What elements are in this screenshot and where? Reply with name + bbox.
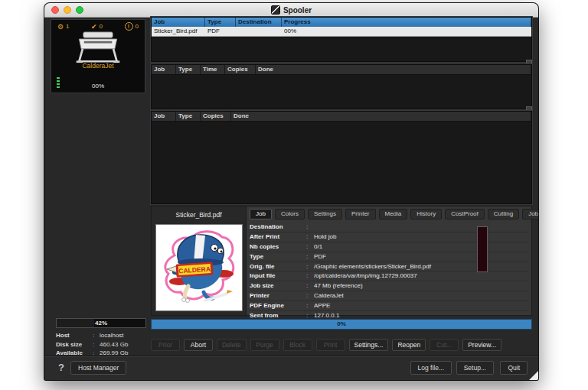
done-jobs-count: 0 (100, 23, 103, 30)
detail-row-job-size: Job size : 47 Mb (reference) (250, 281, 528, 291)
job-action-buttons: Prior Abort Delete Purge Block Print Set… (151, 339, 534, 351)
printer-progress-row: 00% (51, 83, 145, 89)
printing-queue-header: Job Type Time Copies Done (152, 65, 531, 75)
detail-separator: : (306, 281, 314, 291)
quit-button[interactable]: Quit (500, 361, 528, 375)
printing-queue-table: Job Type Time Copies Done (151, 64, 532, 109)
column-header-done[interactable]: Done (256, 65, 531, 74)
window-title-group: Spooler (271, 5, 312, 15)
job-cell: Sticker_Bird.pdf (152, 27, 205, 36)
detail-value: 47 Mb (reference) (314, 281, 528, 291)
column-header-job[interactable]: Job (152, 112, 176, 121)
detail-label: Job size (250, 281, 306, 291)
cut-button[interactable]: Cut... (430, 339, 459, 351)
tab-job[interactable]: Job (250, 209, 272, 219)
job-preview-image[interactable]: CALDERA (155, 224, 243, 311)
detail-label: Printer (250, 291, 306, 301)
stat-row-disk-size: Disk size : 460.43 Gb (56, 340, 152, 349)
printer-illustration (63, 31, 133, 63)
detail-label: Nb copies (250, 242, 306, 252)
window-titlebar[interactable]: Spooler (44, 3, 538, 18)
printer-name: CalderaJet (51, 62, 145, 70)
printer-progress: 00% (51, 83, 145, 89)
column-header-copies[interactable]: Copies (201, 112, 231, 121)
detail-value: Hold job (314, 232, 528, 242)
destination-cell (236, 27, 282, 36)
detail-separator: : (306, 223, 314, 232)
detail-value: APPE (314, 301, 528, 310)
detail-value: 0/1 (314, 242, 528, 252)
close-window-button[interactable] (51, 6, 59, 14)
detail-separator: : (306, 232, 314, 242)
column-header-progress[interactable]: Progress (282, 18, 531, 27)
spooler-window: Spooler ⚙ 1 ✔ 0 ! 0 (44, 3, 538, 380)
tab-history[interactable]: History (410, 209, 442, 219)
detail-label: PDF Engine (250, 301, 306, 310)
preview-button[interactable]: Preview... (462, 339, 501, 351)
tab-costproof[interactable]: CostProof (445, 209, 485, 219)
table-row[interactable]: Sticker_Bird.pdf PDF 00% (152, 27, 531, 37)
printer-panel[interactable]: ⚙ 1 ✔ 0 ! 0 Cal (51, 19, 145, 93)
tab-colors[interactable]: Colors (275, 209, 305, 219)
detail-label: Destination (250, 223, 306, 232)
ink-level-indicator (477, 226, 488, 272)
column-header-done[interactable]: Done (231, 112, 531, 121)
disk-usage-bar: 42% (56, 318, 146, 328)
tab-settings[interactable]: Settings (308, 209, 342, 219)
progress-cell: 00% (282, 27, 531, 36)
detail-label: Orig. file (250, 262, 306, 271)
detail-label: Type (250, 252, 306, 262)
printer-activity-indicator (57, 77, 60, 89)
traffic-lights (51, 3, 83, 17)
column-header-copies[interactable]: Copies (225, 65, 256, 74)
column-header-destination[interactable]: Destination (236, 18, 282, 27)
error-jobs-stat: ! 0 (125, 22, 139, 31)
detail-row-pdf-engine: PDF Engine : APPE (250, 301, 528, 311)
disk-usage-percent: 42% (57, 319, 145, 327)
checkmark-icon: ✔ (91, 23, 97, 31)
stat-separator: : (93, 340, 100, 349)
detail-value (314, 223, 528, 232)
window-resize-grip[interactable] (529, 371, 538, 380)
tab-printer[interactable]: Printer (345, 209, 376, 219)
tab-job-ticket[interactable]: Job Ticket (522, 209, 538, 219)
detail-row-printer: Printer : CalderaJet (250, 291, 528, 301)
delete-button[interactable]: Delete (217, 339, 247, 351)
detail-label: After Print (250, 232, 306, 242)
queued-jobs-count: 1 (66, 23, 69, 30)
detail-tabs: Job Colors Settings Printer Media Histor… (250, 209, 528, 219)
zoom-window-button[interactable] (76, 6, 83, 14)
spooler-app-icon (271, 5, 280, 15)
detail-separator: : (306, 291, 314, 301)
tab-media[interactable]: Media (379, 209, 408, 219)
host-manager-button[interactable]: Host Manager (70, 361, 126, 375)
block-button[interactable]: Block (283, 339, 312, 351)
purge-button[interactable]: Purge (250, 339, 279, 351)
column-header-type[interactable]: Type (176, 65, 201, 74)
setup-button[interactable]: Setup... (456, 361, 494, 375)
stat-value: 460.43 Gb (100, 340, 128, 349)
job-detail-panel: Sticker_Bird.pdf (151, 206, 532, 316)
desktop: Spooler ⚙ 1 ✔ 0 ! 0 (0, 0, 588, 390)
detail-value: /opt/caldera/var/tmp/img.12729.00037 (314, 271, 528, 281)
stat-label: Host (56, 331, 93, 340)
tab-cutting[interactable]: Cutting (488, 209, 519, 219)
column-header-job[interactable]: Job (152, 65, 176, 74)
stat-row-host: Host : localhost (56, 331, 152, 340)
job-preview-filename: Sticker_Bird.pdf (152, 211, 246, 219)
column-header-time[interactable]: Time (201, 65, 225, 74)
done-jobs-header: Job Type Copies Done (152, 112, 531, 122)
reopen-button[interactable]: Reopen (392, 339, 426, 351)
minimize-window-button[interactable] (64, 6, 71, 14)
log-file-button[interactable]: Log file... (410, 361, 452, 375)
prior-button[interactable]: Prior (151, 339, 180, 351)
column-header-type[interactable]: Type (176, 112, 201, 121)
print-button[interactable]: Print (316, 339, 345, 351)
column-header-type[interactable]: Type (205, 18, 236, 27)
done-jobs-table: Job Type Copies Done (151, 111, 532, 204)
settings-button[interactable]: Settings... (349, 339, 389, 351)
help-icon[interactable]: ? (58, 362, 64, 373)
stat-separator: : (93, 331, 100, 340)
abort-button[interactable]: Abort (184, 339, 213, 351)
column-header-job[interactable]: Job (152, 18, 205, 27)
